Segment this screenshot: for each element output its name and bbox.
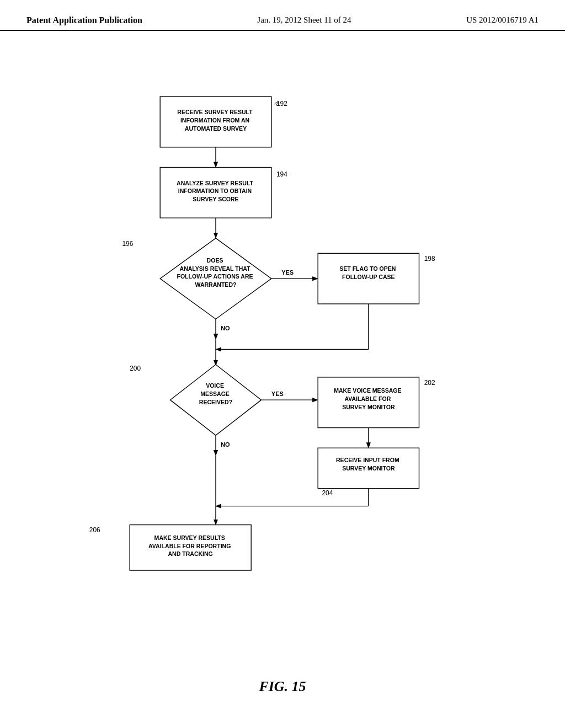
- header-center: Jan. 19, 2012 Sheet 11 of 24: [257, 15, 351, 25]
- node-202-box: [318, 377, 419, 428]
- ref-192: 192: [276, 100, 287, 108]
- ref-204: 204: [322, 489, 333, 497]
- ref-200: 200: [130, 365, 141, 372]
- yes-label-196: YES: [281, 269, 294, 276]
- ref-206: 206: [89, 526, 100, 534]
- yes-label-200: YES: [271, 390, 284, 397]
- ref-196: 196: [122, 240, 133, 248]
- header-left: Patent Application Publication: [26, 15, 142, 25]
- flowchart-svg: RECEIVE SURVEY RESULT INFORMATION FROM A…: [0, 31, 565, 638]
- node-192-text: RECEIVE SURVEY RESULT INFORMATION FROM A…: [177, 109, 254, 131]
- ref-198: 198: [424, 255, 435, 263]
- page-header: Patent Application Publication Jan. 19, …: [0, 0, 565, 31]
- ref-194: 194: [276, 170, 287, 178]
- diagram-area: RECEIVE SURVEY RESULT INFORMATION FROM A…: [0, 31, 565, 638]
- header-right: US 2012/0016719 A1: [466, 15, 539, 25]
- figure-caption: FIG. 15: [0, 678, 565, 695]
- no-label-196: NO: [221, 325, 230, 331]
- no-label-200: NO: [221, 441, 230, 448]
- ref-202: 202: [424, 379, 435, 387]
